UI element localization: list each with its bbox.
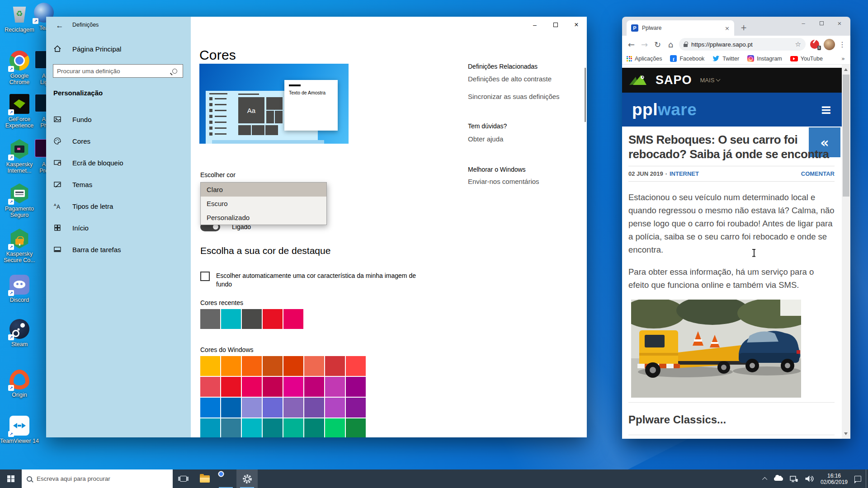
network-icon[interactable] (790, 475, 798, 483)
classics-heading[interactable]: Pplware Classics... (628, 413, 726, 426)
taskbar-clock[interactable]: 16:16 02/06/2019 (821, 473, 848, 485)
auto-accent-checkbox[interactable] (200, 272, 210, 281)
dropdown-option-escuro[interactable]: Escuro (201, 197, 326, 211)
article-category-link[interactable]: INTERNET (670, 170, 699, 177)
maximize-button[interactable] (545, 17, 566, 33)
desktop-icon-steam[interactable]: ↗ Steam (0, 319, 39, 347)
windows-color-swatch[interactable] (263, 356, 283, 376)
article-title[interactable]: SMS Reboques: O seu carro foi rebocado? … (628, 132, 835, 161)
show-desktop-button[interactable] (866, 469, 868, 488)
browser-tab[interactable]: P Pplware × (627, 20, 734, 36)
windows-color-swatch[interactable] (221, 377, 241, 397)
sidebar-item-temas[interactable]: Temas (46, 174, 191, 195)
desktop-icon-teamviewer[interactable]: ↗ TeamViewer 14 (0, 416, 39, 444)
dropdown-option-personalizado[interactable]: Personalizado (201, 211, 326, 225)
tray-expand-icon[interactable] (762, 477, 767, 482)
bookmarks-overflow-icon[interactable]: » (841, 55, 845, 62)
hamburger-menu-icon[interactable]: ≡ (821, 102, 832, 117)
windows-color-swatch[interactable] (304, 418, 324, 437)
sync-settings-link[interactable]: Sincronizar as suas definições (468, 93, 560, 100)
desktop-icon-pagamento-seguro[interactable]: ↗ Pagamento Seguro (0, 183, 39, 218)
back-button[interactable]: ← (52, 20, 67, 31)
volume-icon[interactable] (805, 475, 814, 483)
profile-avatar[interactable] (824, 39, 835, 50)
tab-close-icon[interactable]: × (725, 25, 730, 32)
windows-color-swatch[interactable] (200, 377, 220, 397)
reload-button[interactable]: ↻ (651, 40, 664, 49)
bookmark-twitter[interactable]: Twitter (712, 56, 739, 62)
sapo-logo-text[interactable]: SAPO (656, 73, 692, 87)
desktop-icon-discord[interactable]: ↗ Discord (0, 275, 39, 303)
windows-color-swatch[interactable] (283, 356, 303, 376)
browser-forward-button[interactable]: → (638, 40, 651, 49)
chrome-taskbar-button[interactable] (215, 469, 236, 488)
windows-color-swatch[interactable] (263, 377, 283, 397)
action-center-icon[interactable] (854, 476, 861, 482)
browser-home-button[interactable]: ⌂ (664, 40, 677, 49)
bookmark-instagram[interactable]: Instagram (747, 55, 782, 62)
bookmark-star-icon[interactable]: ☆ (795, 40, 801, 48)
sidebar-item-inicio[interactable]: Início (46, 217, 191, 239)
windows-color-swatch[interactable] (346, 418, 366, 437)
browser-back-button[interactable]: ← (625, 40, 638, 49)
windows-color-swatch[interactable] (325, 398, 345, 418)
windows-color-swatch[interactable] (263, 398, 283, 418)
windows-color-swatch[interactable] (242, 377, 262, 397)
send-feedback-link[interactable]: Enviar-nos comentários (468, 178, 539, 185)
windows-color-swatch[interactable] (304, 398, 324, 418)
desktop-icon-kaspersky-secure[interactable]: ↗ Kaspersky Secure Co... (0, 229, 39, 263)
sidebar-item-tipos-de-letra[interactable]: AA Tipos de letra (46, 195, 191, 217)
get-help-link[interactable]: Obter ajuda (468, 135, 503, 143)
windows-color-swatch[interactable] (283, 398, 303, 418)
sidebar-item-barra-de-tarefas[interactable]: Barra de tarefas (46, 239, 191, 260)
recent-color-swatch[interactable] (242, 309, 262, 329)
recent-color-swatch[interactable] (200, 309, 220, 329)
address-bar[interactable]: https://pplware.sapo.pt ☆ (679, 38, 806, 51)
taskbar-search-box[interactable] (22, 469, 173, 488)
settings-taskbar-button[interactable] (236, 469, 258, 488)
windows-color-swatch[interactable] (346, 398, 366, 418)
settings-search-input[interactable] (53, 68, 172, 75)
windows-color-swatch[interactable] (325, 356, 345, 376)
taskbar-search-input[interactable] (37, 475, 168, 482)
windows-color-swatch[interactable] (325, 377, 345, 397)
windows-color-swatch[interactable] (304, 377, 324, 397)
bookmark-facebook[interactable]: f Facebook (670, 55, 704, 62)
sidebar-item-ecra-de-bloqueio[interactable]: Ecrã de bloqueio (46, 152, 191, 174)
windows-color-swatch[interactable] (242, 398, 262, 418)
windows-color-swatch[interactable] (283, 418, 303, 437)
high-contrast-link[interactable]: Definições de alto contraste (468, 75, 552, 83)
windows-color-swatch[interactable] (325, 418, 345, 437)
windows-color-swatch[interactable] (200, 356, 220, 376)
windows-color-swatch[interactable] (346, 377, 366, 397)
sidebar-item-cores[interactable]: Cores (46, 130, 191, 152)
recent-color-swatch[interactable] (283, 309, 303, 329)
bookmark-youtube[interactable]: YouTube (790, 56, 823, 62)
bookmark-apps[interactable]: Aplicações (627, 56, 662, 62)
scrollbar-thumb[interactable] (843, 75, 849, 197)
browser-maximize-button[interactable] (812, 17, 830, 29)
sidebar-item-home[interactable]: Página Principal (53, 45, 121, 53)
windows-color-swatch[interactable] (346, 356, 366, 376)
task-view-button[interactable] (173, 469, 194, 488)
extension-icon[interactable]: 5 (810, 40, 819, 49)
file-explorer-button[interactable] (194, 469, 215, 488)
windows-color-swatch[interactable] (242, 356, 262, 376)
windows-color-swatch[interactable] (200, 418, 220, 437)
page-scrollbar[interactable] (842, 65, 850, 439)
start-button[interactable] (0, 469, 22, 488)
browser-menu-icon[interactable]: ⋮ (837, 40, 848, 49)
browser-close-button[interactable]: × (830, 17, 849, 29)
windows-color-swatch[interactable] (221, 356, 241, 376)
minimize-button[interactable]: – (524, 17, 545, 33)
windows-color-swatch[interactable] (221, 418, 241, 437)
windows-color-swatch[interactable] (200, 398, 220, 418)
close-button[interactable]: × (566, 17, 587, 33)
desktop-icon-origin[interactable]: ↗ Origin (0, 370, 39, 398)
windows-color-swatch[interactable] (283, 377, 303, 397)
browser-minimize-button[interactable]: – (794, 17, 812, 29)
scroll-down-icon[interactable] (844, 432, 848, 435)
onedrive-icon[interactable] (774, 477, 783, 481)
sidebar-item-fundo[interactable]: Fundo (46, 108, 191, 130)
windows-color-swatch[interactable] (221, 398, 241, 418)
